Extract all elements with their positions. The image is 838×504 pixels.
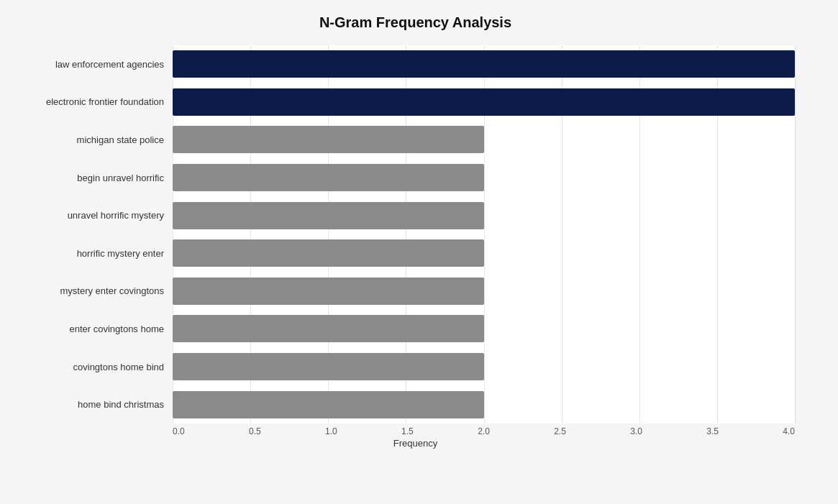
chart-container: N-Gram Frequency Analysis law enforcemen…: [0, 0, 838, 504]
bars-column: [173, 45, 795, 423]
x-tick-8: 4.0: [783, 426, 795, 436]
x-tick-6: 3.0: [630, 426, 642, 436]
bar-row-1: [173, 83, 795, 122]
bar-9: [173, 391, 484, 418]
bar-label-0: law enforcement agencies: [14, 45, 173, 83]
bar-3: [173, 164, 484, 191]
chart-title: N-Gram Frequency Analysis: [14, 14, 816, 31]
bar-label-6: mystery enter covingtons: [14, 272, 173, 311]
bar-1: [173, 88, 795, 116]
bar-label-4: unravel horrific mystery: [14, 196, 173, 234]
gridline-8: [795, 45, 796, 423]
bar-label-9: home bind christmas: [14, 385, 173, 423]
x-tick-5: 2.5: [554, 426, 566, 436]
x-axis-label: Frequency: [14, 438, 816, 449]
bar-5: [173, 239, 484, 267]
x-tick-4: 2.0: [478, 426, 490, 436]
bar-row-2: [173, 121, 795, 159]
x-tick-2: 1.0: [325, 426, 337, 436]
x-tick-7: 3.5: [706, 426, 719, 436]
x-tick-1: 0.5: [249, 426, 261, 436]
bar-2: [173, 126, 484, 153]
bar-label-7: enter covingtons home: [14, 310, 173, 348]
bar-label-2: michigan state police: [14, 121, 173, 159]
x-tick-0: 0.0: [173, 426, 185, 436]
bar-label-1: electronic frontier foundation: [14, 83, 173, 122]
bar-6: [173, 278, 484, 305]
bar-label-3: begin unravel horrific: [14, 159, 173, 197]
bar-0: [173, 50, 795, 78]
labels-column: law enforcement agencieselectronic front…: [14, 45, 173, 423]
bar-row-7: [173, 310, 795, 348]
bar-row-3: [173, 159, 795, 197]
bar-row-0: [173, 45, 795, 83]
bar-4: [173, 202, 484, 229]
bar-8: [173, 353, 484, 380]
bar-row-5: [173, 234, 795, 272]
x-tick-3: 1.5: [401, 426, 414, 436]
bar-row-8: [173, 348, 795, 386]
bar-label-8: covingtons home bind: [14, 348, 173, 386]
bar-row-4: [173, 196, 795, 234]
bar-7: [173, 315, 484, 342]
bar-label-5: horrific mystery enter: [14, 234, 173, 272]
bar-row-6: [173, 272, 795, 311]
bar-row-9: [173, 385, 795, 423]
